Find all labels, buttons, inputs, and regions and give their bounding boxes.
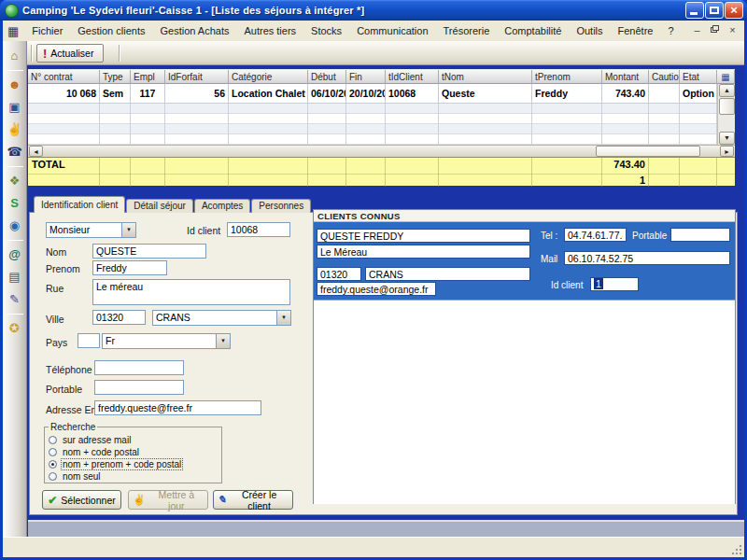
col-header-idforfait[interactable]: IdForfait — [165, 70, 229, 84]
mdi-system-icon[interactable]: ▦ — [7, 24, 19, 38]
phone-icon[interactable]: ☎ — [6, 143, 24, 161]
col-header-tidclient[interactable]: tIdClient — [386, 70, 439, 84]
printer-icon[interactable]: ▤ — [6, 268, 24, 287]
client-mail-field[interactable] — [564, 251, 730, 265]
client-id-field[interactable]: 1 — [590, 277, 639, 291]
radio-nom-seul[interactable]: nom seul — [49, 470, 218, 482]
chevron-down-icon[interactable] — [276, 311, 290, 325]
menu-outils[interactable]: Outils — [569, 21, 610, 41]
client-street-field[interactable] — [317, 245, 530, 259]
maximize-button[interactable] — [705, 2, 724, 19]
col-header-num-contrat[interactable]: N° contrat — [28, 70, 100, 84]
scroll-left-icon[interactable]: ◄ — [29, 146, 43, 157]
radio-icon[interactable] — [49, 448, 57, 456]
client-name-field[interactable] — [317, 229, 530, 243]
grid-empty-row[interactable] — [28, 134, 717, 145]
scroll-right-icon[interactable]: ► — [720, 146, 734, 157]
col-header-debut[interactable]: Début — [308, 70, 346, 84]
sejour-row[interactable]: 10 068 Sem 117 56 Location Chalet 5-6P 0… — [28, 84, 717, 104]
tab-acomptes[interactable]: Acomptes — [194, 199, 250, 213]
hand-icon[interactable]: ✌ — [6, 120, 24, 139]
mettre-a-jour-button[interactable]: ✌ Mettre à jour — [128, 490, 208, 510]
mdi-close-icon[interactable]: × — [726, 24, 739, 36]
close-button[interactable]: × — [725, 2, 743, 19]
menu-aide[interactable]: ? — [660, 21, 681, 41]
col-header-etat[interactable]: Etat — [680, 70, 717, 84]
actualiser-button[interactable]: ! Actualiser — [36, 44, 104, 63]
clients-connus-list[interactable] — [314, 300, 735, 504]
mdi-restore-icon[interactable] — [709, 24, 721, 36]
col-header-caution[interactable]: Caution — [649, 70, 680, 84]
col-header-type[interactable]: Type — [100, 70, 131, 84]
grid-properties-icon[interactable]: ▦ — [717, 70, 735, 84]
tab-identification-client[interactable]: Identification client — [34, 196, 125, 213]
rue-field[interactable]: Le méreau — [92, 279, 290, 305]
grid-empty-row[interactable] — [28, 124, 717, 134]
vertical-scroll-thumb[interactable] — [719, 98, 735, 115]
pays-code-field[interactable] — [78, 333, 100, 348]
radio-sur-adresse-mail[interactable]: sur adresse mail — [49, 434, 218, 445]
radio-icon[interactable] — [49, 460, 57, 469]
radio-icon[interactable] — [49, 472, 57, 481]
grid-cell — [439, 134, 532, 145]
civility-combobox[interactable]: Monsieur — [46, 222, 136, 238]
minimize-button[interactable] — [685, 2, 704, 19]
col-header-tprenom[interactable]: tPrenom — [532, 70, 602, 84]
menu-communication[interactable]: Communication — [349, 21, 435, 41]
col-header-tnom[interactable]: tNom — [439, 70, 532, 84]
sync-icon[interactable]: S — [6, 194, 24, 213]
menu-fenetre[interactable]: Fenêtre — [611, 21, 661, 41]
vertical-scrollbar[interactable]: ▲ ▼ — [717, 84, 735, 145]
client-portable-field[interactable] — [670, 228, 730, 242]
pays-combobox[interactable]: Fr — [102, 333, 231, 349]
chevron-down-icon[interactable] — [121, 223, 135, 237]
radio-nom-prenom-code-postal[interactable]: nom + prenom + code postal — [49, 458, 218, 469]
email-icon[interactable]: @ — [6, 245, 24, 264]
client-tel-field[interactable] — [564, 228, 627, 242]
horizontal-scrollbar[interactable]: ◄ ► — [28, 145, 735, 157]
menu-autres-tiers[interactable]: Autres tiers — [236, 21, 303, 41]
clients-icon[interactable]: ☻ — [6, 76, 24, 94]
id-client-field[interactable] — [227, 222, 290, 237]
email-field[interactable] — [94, 400, 261, 415]
sales-icon[interactable]: ❖ — [6, 172, 24, 190]
grid-empty-row[interactable] — [28, 114, 717, 124]
ville-combobox[interactable]: CRANS — [152, 310, 291, 326]
mdi-minimize-icon[interactable]: – — [691, 24, 703, 36]
screen-icon[interactable]: ▣ — [6, 98, 24, 117]
client-city-field[interactable] — [365, 267, 530, 281]
col-header-empl[interactable]: Empl — [131, 70, 165, 84]
selectionner-button[interactable]: ✔ Sélectionner — [42, 490, 121, 510]
scroll-down-icon[interactable]: ▼ — [719, 132, 735, 145]
col-header-categorie[interactable]: Catégorie — [229, 70, 308, 84]
horizontal-scroll-thumb[interactable] — [596, 146, 700, 157]
menu-comptabilite[interactable]: Comptabilité — [497, 21, 569, 41]
client-email-field[interactable] — [317, 282, 436, 296]
prenom-field[interactable] — [92, 260, 167, 275]
scroll-up-icon[interactable]: ▲ — [719, 84, 735, 97]
client-cp-field[interactable] — [317, 267, 361, 281]
menu-fichier[interactable]: Fichier — [24, 21, 70, 41]
code-postal-field[interactable] — [92, 310, 146, 325]
menu-gestion-achats[interactable]: Gestion Achats — [152, 21, 236, 41]
chevron-down-icon[interactable] — [216, 334, 230, 348]
security-icon[interactable]: ✪ — [6, 319, 24, 338]
resize-grip[interactable] — [731, 544, 742, 555]
radio-nom-code-postal[interactable]: nom + code postal — [49, 446, 218, 457]
portable-field[interactable] — [94, 380, 184, 395]
tab-personnes[interactable]: Personnes — [251, 199, 311, 213]
radio-icon[interactable] — [49, 436, 57, 444]
nom-field[interactable] — [92, 244, 206, 259]
menu-stocks[interactable]: Stocks — [303, 21, 349, 41]
menu-tresorerie[interactable]: Trésorerie — [436, 21, 498, 41]
tab-detail-sejour[interactable]: Détail séjour — [126, 199, 193, 213]
col-header-montant[interactable]: Montant — [602, 70, 649, 84]
home-icon[interactable]: ⌂ — [6, 47, 24, 65]
col-header-fin[interactable]: Fin — [346, 70, 386, 84]
grid-empty-row[interactable] — [28, 104, 717, 114]
telephone-field[interactable] — [94, 360, 184, 375]
creer-le-client-button[interactable]: ✎ Créer le client — [213, 490, 293, 510]
globe-icon[interactable]: ◉ — [6, 217, 24, 235]
menu-gestion-clients[interactable]: Gestion clients — [70, 21, 152, 41]
edit-icon[interactable]: ✎ — [6, 290, 24, 309]
